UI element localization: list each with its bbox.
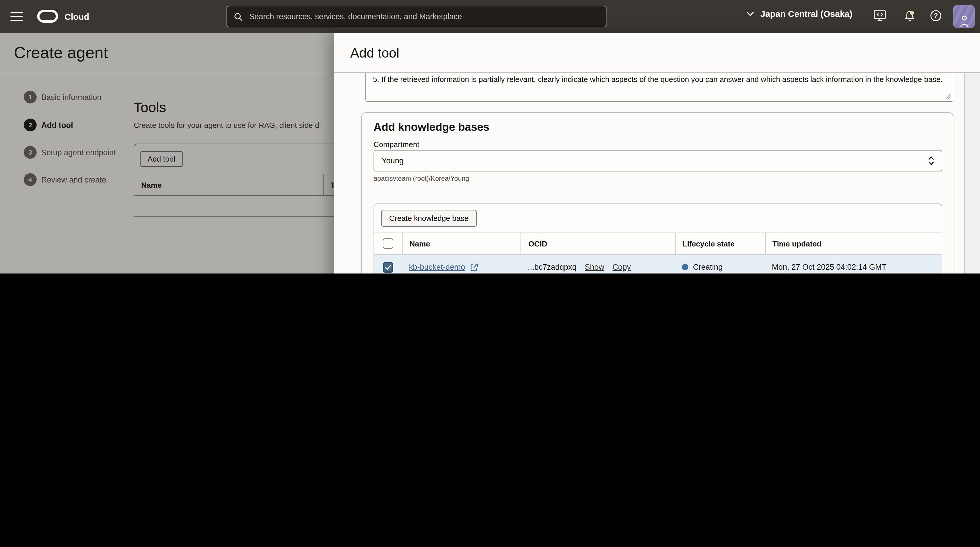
status-dot-creating	[682, 264, 688, 271]
kb-name-link[interactable]: kb-bucket-demo	[409, 263, 465, 272]
oracle-cloud-console: Cloud Japan Central (Osaka) ? Create age…	[0, 0, 980, 273]
drawer-title: Add tool	[350, 45, 399, 61]
add-tool-drawer: Add tool 5. If the retrieved information…	[334, 33, 980, 273]
notification-badge	[910, 11, 914, 15]
drawer-scroll-area[interactable]: 5. If the retrieved information is parti…	[334, 73, 965, 273]
compartment-select[interactable]: Young	[374, 150, 942, 171]
oracle-logo	[37, 10, 58, 23]
region-selector[interactable]: Japan Central (Osaka)	[746, 9, 853, 19]
kb-col-time-updated: Time updated	[765, 233, 942, 254]
region-label: Japan Central (Osaka)	[760, 9, 853, 19]
search-input[interactable]	[248, 12, 600, 22]
ocid-copy-link[interactable]: Copy	[612, 263, 631, 272]
table-row[interactable]: kb-bucket-demo ...bc7zadqpxq Show Copy C…	[374, 255, 942, 273]
row-checkbox[interactable]	[383, 262, 393, 273]
kb-col-ocid: OCID	[521, 233, 675, 254]
kb-col-lifecycle-state: Lifecycle state	[675, 233, 765, 254]
topbar: Cloud Japan Central (Osaka) ?	[0, 0, 980, 33]
check-icon	[385, 265, 391, 270]
drawer-header: Add tool	[334, 33, 980, 73]
knowledge-base-table-card: Create knowledge base Name OCID Lifecycl…	[374, 203, 942, 273]
search-icon	[234, 12, 243, 21]
time-updated: Mon, 27 Oct 2025 04:02:14 GMT	[765, 255, 942, 273]
notifications-bell-icon[interactable]	[904, 10, 916, 24]
select-updown-icon	[928, 155, 935, 166]
section-heading: Add knowledge bases	[374, 121, 489, 134]
user-avatar[interactable]	[953, 5, 975, 28]
help-icon[interactable]: ?	[930, 10, 942, 24]
create-knowledge-base-button[interactable]: Create knowledge base	[381, 210, 477, 227]
hamburger-menu-icon[interactable]	[10, 12, 23, 22]
kb-col-name: Name	[402, 233, 521, 254]
compartment-value: Young	[382, 156, 928, 165]
person-icon	[959, 14, 969, 28]
ocid-value: ...bc7zadqpxq	[528, 263, 577, 272]
add-knowledge-bases-section: Add knowledge bases Compartment Young ap…	[361, 112, 953, 273]
devtools-icon[interactable]	[874, 10, 886, 24]
instructions-textarea[interactable]: 5. If the retrieved information is parti…	[365, 73, 953, 102]
modal-overlay	[0, 33, 334, 273]
brand-label: Cloud	[64, 12, 89, 22]
chevron-down-icon	[746, 11, 754, 16]
global-search[interactable]	[226, 6, 607, 27]
kb-table-header: Name OCID Lifecycle state Time updated	[374, 233, 942, 255]
compartment-label: Compartment	[374, 140, 419, 149]
compartment-path: apacisvteam (root)/Korea/Young	[374, 175, 469, 182]
drawer-body: 5. If the retrieved information is parti…	[334, 73, 980, 273]
page: Create agent 1 Basic information 2 Add t…	[0, 33, 980, 273]
external-link-icon[interactable]	[470, 263, 478, 271]
status-label: Creating	[693, 263, 723, 272]
ocid-show-link[interactable]: Show	[585, 263, 605, 272]
svg-text:?: ?	[934, 12, 938, 19]
select-all-checkbox[interactable]	[383, 238, 393, 249]
